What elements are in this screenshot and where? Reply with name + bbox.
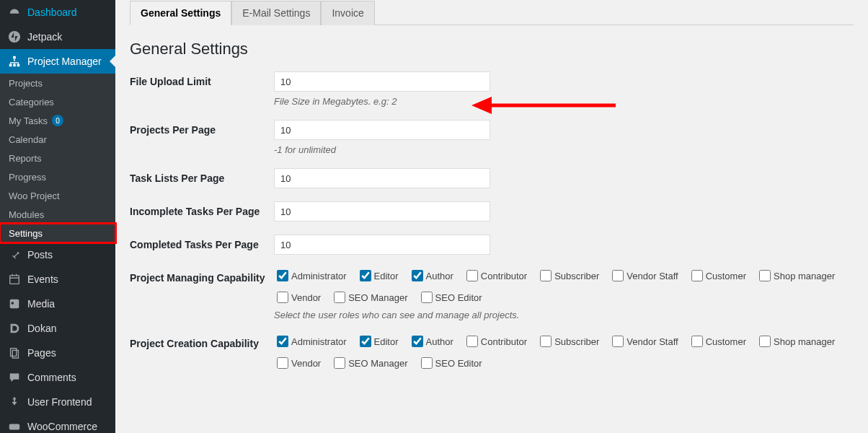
checkbox-input[interactable] [334,357,345,369]
checkbox-shop-manager[interactable]: Shop manager [756,333,835,349]
label-project-managing: Project Managing Capability [130,268,274,284]
checkbox-customer[interactable]: Customer [688,268,746,284]
submenu-item-progress[interactable]: Progress [0,167,115,186]
checkbox-input[interactable] [612,336,624,347]
checkbox-input[interactable] [612,270,624,281]
tab-email-settings[interactable]: E-Mail Settings [231,1,321,25]
checkbox-seo-manager[interactable]: SEO Manager [331,289,407,305]
checkbox-input[interactable] [277,336,288,347]
sitemap-icon [7,54,22,69]
checkbox-label: Shop manager [774,336,835,347]
input-projects-per-page[interactable] [274,120,490,140]
checkbox-input[interactable] [421,357,433,369]
tab-invoice[interactable]: Invoice [321,1,374,25]
checkbox-input[interactable] [360,270,371,281]
submenu-item-reports[interactable]: Reports [0,149,115,167]
sidebar-submenu: Projects Categories My Tasks0 Calendar R… [0,74,115,242]
checkbox-label: Subscriber [554,271,599,281]
checkbox-customer[interactable]: Customer [688,333,746,349]
sidebar-item-woocommerce[interactable]: WooCommerce [0,414,115,433]
submenu-item-modules[interactable]: Modules [0,205,115,224]
input-completed-tasks-per-page[interactable] [274,235,490,255]
pages-icon [7,346,22,360]
checkbox-input[interactable] [277,292,288,303]
tabs: General Settings E-Mail Settings Invoice [130,0,854,25]
label-projects-per-page: Projects Per Page [130,120,274,136]
checkbox-input[interactable] [421,292,433,303]
submenu-item-mytasks[interactable]: My Tasks0 [0,111,115,130]
checkbox-input[interactable] [759,336,771,347]
checkbox-input[interactable] [540,336,552,347]
checkbox-administrator[interactable]: Administrator [274,268,347,284]
checkbox-seo-editor[interactable]: SEO Editor [418,355,482,371]
checkbox-input[interactable] [466,336,478,347]
checkbox-editor[interactable]: Editor [357,333,399,349]
svg-rect-5 [10,276,19,284]
row-project-creation: Project Creation Capability Administrato… [130,333,854,371]
submenu-item-projects[interactable]: Projects [0,74,115,92]
checkbox-input[interactable] [412,270,423,281]
checkbox-input[interactable] [277,270,288,281]
calendar-icon [7,272,22,287]
svg-rect-3 [13,64,16,67]
sidebar-item-events[interactable]: Events [0,267,115,292]
checkbox-input[interactable] [277,357,288,369]
sidebar-label: Pages [27,347,56,359]
checkbox-vendor[interactable]: Vendor [274,355,321,371]
checkbox-contributor[interactable]: Contributor [464,268,527,284]
jetpack-icon [7,30,22,44]
submenu-item-settings[interactable]: Settings [0,224,115,242]
checkbox-seo-editor[interactable]: SEO Editor [418,289,482,305]
comments-icon [7,370,22,385]
checkbox-input[interactable] [360,336,371,347]
checkbox-label: Shop manager [774,271,835,281]
tab-general-settings[interactable]: General Settings [130,1,231,25]
checkbox-input[interactable] [691,336,703,347]
checkbox-input[interactable] [466,270,478,281]
sidebar-item-dokan[interactable]: Dokan [0,316,115,341]
sidebar-item-comments[interactable]: Comments [0,365,115,390]
checkbox-label: Vendor Staff [626,271,678,281]
sidebar-item-pages[interactable]: Pages [0,341,115,365]
pin-icon [7,248,22,262]
checkbox-shop-manager[interactable]: Shop manager [756,268,835,284]
dashboard-icon [7,5,22,19]
sidebar-item-dashboard[interactable]: Dashboard [0,0,115,25]
checkbox-input[interactable] [540,270,552,281]
checkbox-input[interactable] [691,270,703,281]
input-task-lists-per-page[interactable] [274,168,490,188]
sidebar-label: Dashboard [27,6,77,18]
helper-project-managing: Select the user roles who can see and ma… [274,310,854,320]
submenu-item-wooproject[interactable]: Woo Project [0,186,115,205]
creation-checkboxes: AdministratorEditorAuthorContributorSubs… [274,333,854,371]
checkbox-input[interactable] [412,336,423,347]
sidebar-item-userfrontend[interactable]: User Frontend [0,390,115,414]
sidebar-item-jetpack[interactable]: Jetpack [0,25,115,49]
checkbox-input[interactable] [334,292,345,303]
sidebar-item-media[interactable]: Media [0,292,115,316]
checkbox-vendor[interactable]: Vendor [274,289,321,305]
sidebar-label: Posts [27,249,53,261]
checkbox-subscriber[interactable]: Subscriber [537,268,599,284]
sidebar-item-project-manager[interactable]: Project Manager [0,49,115,74]
checkbox-input[interactable] [759,270,771,281]
checkbox-contributor[interactable]: Contributor [464,333,527,349]
checkbox-label: Customer [706,271,746,281]
submenu-item-categories[interactable]: Categories [0,92,115,111]
checkbox-seo-manager[interactable]: SEO Manager [331,355,407,371]
checkbox-author[interactable]: Author [409,333,453,349]
input-file-upload[interactable] [274,71,490,92]
checkbox-vendor-staff[interactable]: Vendor Staff [609,268,678,284]
checkbox-editor[interactable]: Editor [357,268,399,284]
checkbox-author[interactable]: Author [409,268,453,284]
checkbox-administrator[interactable]: Administrator [274,333,347,349]
input-incomplete-tasks-per-page[interactable] [274,201,490,222]
submenu-item-calendar[interactable]: Calendar [0,130,115,149]
checkbox-label: Author [426,336,453,347]
checkbox-label: Contributor [481,271,527,281]
row-task-lists-per-page: Task Lists Per Page [130,168,854,188]
page-title: General Settings [130,40,854,58]
checkbox-subscriber[interactable]: Subscriber [537,333,599,349]
checkbox-vendor-staff[interactable]: Vendor Staff [609,333,678,349]
sidebar-item-posts[interactable]: Posts [0,242,115,267]
